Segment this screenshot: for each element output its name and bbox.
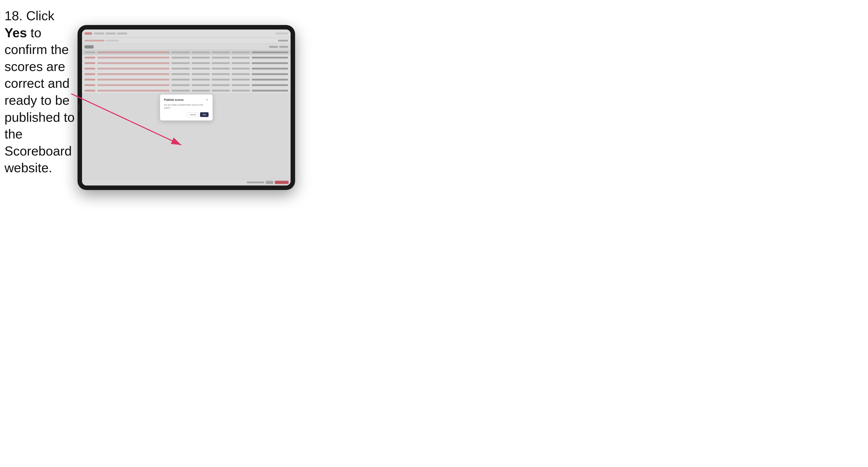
cancel-button[interactable]: Cancel xyxy=(187,112,198,117)
publish-scores-dialog: Publish scores ✕ Are you ready to publis… xyxy=(160,94,213,120)
tablet-device: Publish scores ✕ Are you ready to publis… xyxy=(78,25,295,190)
yes-button[interactable]: Yes xyxy=(200,112,209,117)
dialog-header: Publish scores ✕ xyxy=(164,98,209,101)
modal-overlay: Publish scores ✕ Are you ready to publis… xyxy=(82,30,290,186)
tablet-side-button xyxy=(79,104,79,111)
dialog-actions: Cancel Yes xyxy=(164,112,209,117)
dialog-title: Publish scores xyxy=(164,98,184,101)
instruction-text: 18. Click Yes to confirm the scores are … xyxy=(4,7,77,177)
yes-emphasis: Yes xyxy=(4,26,27,40)
step-number: 18. xyxy=(4,8,23,23)
dialog-body-text: Are you ready to publish these scores to… xyxy=(164,103,209,109)
tablet-screen: Publish scores ✕ Are you ready to publis… xyxy=(82,30,290,186)
text-pre: Click xyxy=(26,8,55,23)
dialog-close-button[interactable]: ✕ xyxy=(205,98,209,101)
text-post: to confirm the scores are correct and re… xyxy=(4,26,74,175)
